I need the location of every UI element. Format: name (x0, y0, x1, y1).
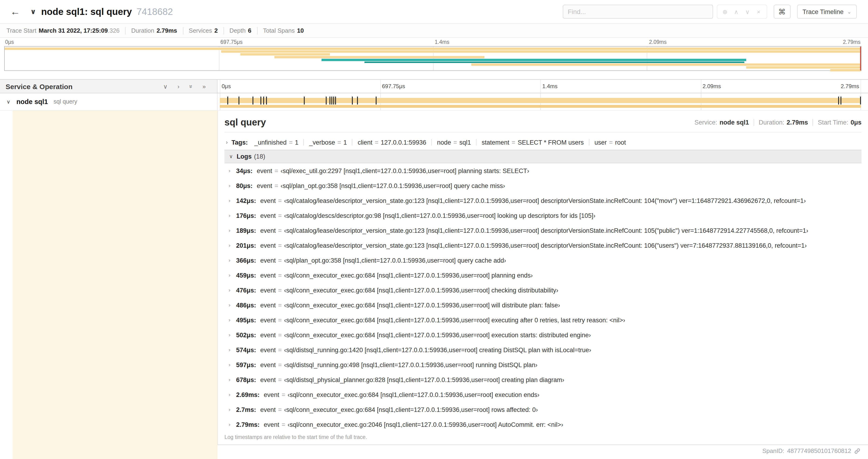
find-input[interactable] (563, 5, 713, 19)
log-equals: = (282, 421, 285, 428)
log-row[interactable]: › 142μs: event = ‹sql/catalog/lease/desc… (224, 193, 862, 208)
ruler-tick-label: 1.4ms (542, 83, 557, 90)
log-timestamp: 486μs: (236, 302, 256, 308)
span-id-value: 4877749850101760812 (787, 447, 851, 454)
span-row-label[interactable]: ∨ node sql1 sql query (0, 93, 217, 110)
logs-chevron-down-icon[interactable]: ∨ (229, 154, 233, 160)
log-row[interactable]: › 201μs: event = ‹sql/catalog/lease/desc… (224, 238, 862, 253)
clear-find-icon[interactable]: × (753, 8, 764, 15)
tag-equals: = (609, 139, 613, 146)
tags-chevron-right-icon[interactable]: › (226, 139, 228, 145)
minimap-span-row (5, 51, 861, 53)
log-field-value: ‹sql/distsql_running.go:1420 [nsql1,clie… (284, 346, 591, 353)
log-chevron-right-icon[interactable]: › (229, 377, 236, 383)
tag-key: node (437, 139, 451, 146)
minimap-canvas[interactable] (4, 46, 862, 71)
back-arrow-icon[interactable]: ← (10, 6, 20, 17)
collapse-all-icon[interactable]: ∨ (163, 83, 167, 90)
log-chevron-right-icon[interactable]: › (229, 242, 236, 248)
log-timestamp: 678μs: (236, 376, 256, 383)
log-chevron-right-icon[interactable]: › (229, 362, 236, 368)
span-bar[interactable] (220, 98, 861, 103)
log-chevron-right-icon[interactable]: › (229, 392, 236, 397)
log-field-key: event (257, 182, 272, 189)
timeline-minimap[interactable]: 0μs 697.75μs 1.4ms 2.09ms 2.79ms (4, 39, 862, 72)
selected-span-highlight (12, 110, 217, 459)
log-row[interactable]: › 678μs: event = ‹sql/distsql_physical_p… (224, 372, 862, 387)
focus-span-icon[interactable]: ⊕ (719, 8, 731, 15)
detail-divider (224, 132, 862, 132)
log-row[interactable]: › 2.79ms: event = ‹sql/conn_executor_exe… (224, 417, 862, 432)
log-chevron-right-icon[interactable]: › (229, 317, 236, 323)
log-row[interactable]: › 34μs: event = ‹sql/exec_util.go:2297 [… (224, 163, 862, 178)
log-row[interactable]: › 486μs: event = ‹sql/conn_executor_exec… (224, 298, 862, 313)
trace-view-dropdown[interactable]: Trace Timeline ⌄ (797, 5, 857, 19)
meta-item: Start Time: 0μs (813, 119, 862, 126)
log-chevron-right-icon[interactable]: › (229, 168, 236, 173)
logs-accordion-header[interactable]: ∨ Logs (18) (224, 150, 862, 163)
log-row[interactable]: › 80μs: event = ‹sql/plan_opt.go:358 [ns… (224, 178, 862, 193)
span-row[interactable]: ∨ node sql1 sql query (0, 93, 868, 110)
title-chevron-down-icon[interactable]: ∨ (30, 7, 36, 16)
tags-row[interactable]: › Tags: _unfinished = 1 _verbose = 1 (224, 136, 862, 149)
minimap-axis-label: 2.09ms (649, 39, 666, 45)
summary-value: 10 (297, 27, 304, 34)
log-equals: = (278, 257, 282, 264)
log-chevron-right-icon[interactable]: › (229, 332, 236, 338)
log-field-value: ‹sql/distsql_running.go:498 [nsql1,clien… (284, 361, 537, 368)
log-row[interactable]: › 366μs: event = ‹sql/plan_opt.go:358 [n… (224, 253, 862, 268)
minimap-span-row (5, 47, 861, 50)
timeline-header-row: Service & Operation ∨ › » » 0μs 697.75μs… (0, 79, 868, 93)
log-field-value: ‹sql/conn_executor_exec.go:684 [nsql1,cl… (287, 391, 539, 398)
log-chevron-right-icon[interactable]: › (229, 407, 236, 412)
summary-label: Services (189, 27, 212, 34)
log-row[interactable]: › 495μs: event = ‹sql/conn_executor_exec… (224, 313, 862, 327)
log-row[interactable]: › 2.7ms: event = ‹sql/conn_executor_exec… (224, 402, 862, 417)
find-prev-icon[interactable]: ∧ (731, 8, 742, 15)
log-equals: = (275, 182, 278, 189)
tag-value: 1 (343, 139, 347, 146)
log-field-value: ‹sql/distsql_physical_planner.go:828 [ns… (284, 376, 564, 383)
log-row[interactable]: › 176μs: event = ‹sql/catalog/descs/desc… (224, 208, 862, 223)
log-row[interactable]: › 502μs: event = ‹sql/conn_executor_exec… (224, 327, 862, 342)
log-equals: = (278, 272, 282, 279)
find-next-icon[interactable]: ∨ (742, 8, 753, 15)
link-icon[interactable] (854, 448, 861, 454)
expand-all-icon[interactable]: » (187, 85, 194, 88)
log-field-key: event (260, 406, 276, 413)
minimap-axis-label: 1.4ms (435, 39, 450, 45)
log-chevron-right-icon[interactable]: › (229, 422, 236, 427)
log-row[interactable]: › 459μs: event = ‹sql/conn_executor_exec… (224, 268, 862, 283)
log-chevron-right-icon[interactable]: › (229, 347, 236, 353)
timeline-ruler: 0μs 697.75μs 1.4ms 2.09ms 2.79ms (217, 80, 868, 93)
tag-item: user = root (589, 139, 626, 145)
log-chevron-right-icon[interactable]: › (229, 258, 236, 263)
log-field-key: event (257, 167, 272, 174)
collapse-one-icon[interactable]: › (177, 83, 180, 90)
span-row-timeline[interactable] (217, 93, 868, 110)
log-chevron-right-icon[interactable]: › (229, 302, 236, 308)
row-chevron-down-icon[interactable]: ∨ (6, 99, 10, 105)
log-field-key: event (260, 242, 276, 249)
log-chevron-right-icon[interactable]: › (229, 272, 236, 278)
log-chevron-right-icon[interactable]: › (229, 198, 236, 203)
log-row[interactable]: › 189μs: event = ‹sql/catalog/lease/desc… (224, 223, 862, 238)
log-timestamp: 495μs: (236, 317, 256, 324)
log-equals: = (278, 361, 282, 368)
log-row[interactable]: › 597μs: event = ‹sql/distsql_running.go… (224, 357, 862, 372)
log-row[interactable]: › 2.69ms: event = ‹sql/conn_executor_exe… (224, 387, 862, 402)
minimap-span-row (5, 63, 861, 66)
minimap-scrubber[interactable] (860, 47, 861, 70)
expand-one-icon[interactable]: » (203, 83, 206, 90)
log-chevron-right-icon[interactable]: › (229, 287, 236, 293)
keyboard-shortcuts-button[interactable]: ⌘ (774, 5, 790, 19)
log-chevron-right-icon[interactable]: › (229, 183, 236, 189)
span-detail-header: sql query Service: node sql1 Duration: 2… (224, 115, 862, 129)
log-chevron-right-icon[interactable]: › (229, 228, 236, 233)
log-row[interactable]: › 476μs: event = ‹sql/conn_executor_exec… (224, 283, 862, 298)
log-row[interactable]: › 574μs: event = ‹sql/distsql_running.go… (224, 342, 862, 357)
log-field-value: ‹sql/conn_executor_exec.go:684 [nsql1,cl… (284, 287, 558, 294)
minimap-span-row (5, 59, 861, 61)
log-field-key: event (260, 317, 276, 324)
log-chevron-right-icon[interactable]: › (229, 213, 236, 218)
